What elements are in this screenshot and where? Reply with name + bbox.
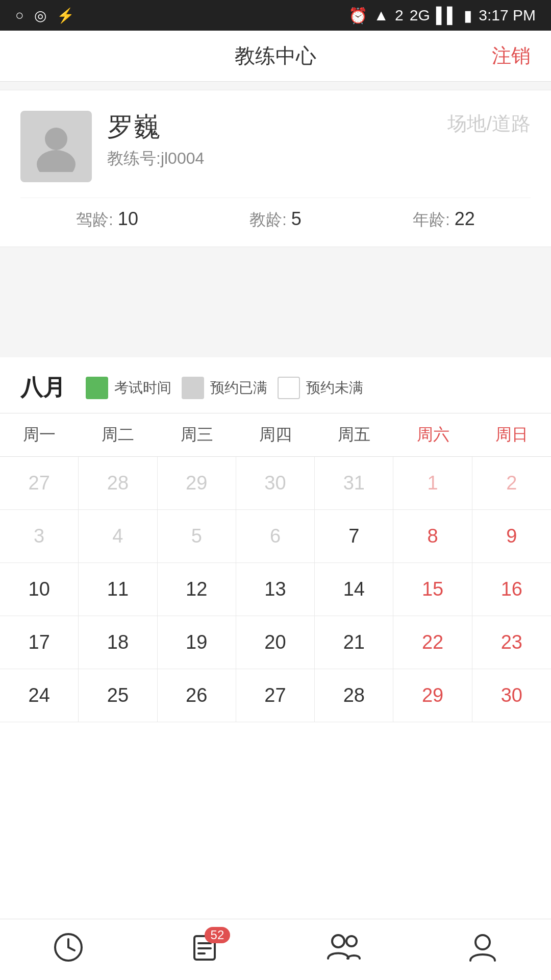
calendar-day: 1 bbox=[393, 457, 472, 509]
history-icon bbox=[53, 932, 84, 968]
sim-icon: 2 bbox=[395, 7, 404, 24]
nav-students[interactable] bbox=[326, 932, 362, 968]
legend-available-label: 预约未满 bbox=[306, 378, 363, 398]
day-header-4: 周五 bbox=[315, 413, 393, 456]
calendar-day[interactable]: 7 bbox=[315, 510, 393, 562]
page-title: 教练中心 bbox=[235, 42, 316, 70]
time-display: 3:17 PM bbox=[479, 7, 536, 24]
calendar-day[interactable]: 9 bbox=[472, 510, 551, 562]
legend-full: 预约已满 bbox=[182, 377, 267, 399]
calendar-day[interactable]: 11 bbox=[79, 563, 157, 616]
calendar-day[interactable]: 16 bbox=[472, 563, 551, 616]
day-header-0: 周一 bbox=[0, 413, 79, 456]
calendar-month: 八月 bbox=[20, 373, 65, 403]
profile-info: 罗巍 教练号:jl0004 bbox=[92, 111, 437, 170]
day-header-5: 周六 bbox=[393, 413, 472, 456]
calendar-day[interactable]: 14 bbox=[315, 563, 393, 616]
empty-area bbox=[0, 247, 551, 349]
calendar-week-3: 17181920212223 bbox=[0, 616, 551, 669]
driving-age-label: 驾龄: bbox=[76, 210, 113, 229]
calendar-day[interactable]: 23 bbox=[472, 616, 551, 669]
calendar-day[interactable]: 12 bbox=[158, 563, 236, 616]
calendar-day[interactable]: 15 bbox=[393, 563, 472, 616]
calendar-day: 28 bbox=[79, 457, 157, 509]
calendar-day[interactable]: 28 bbox=[315, 669, 393, 722]
day-header-1: 周二 bbox=[79, 413, 157, 456]
svg-line-4 bbox=[68, 947, 74, 950]
day-header-2: 周三 bbox=[158, 413, 236, 456]
age-stat: 年龄: 22 bbox=[413, 208, 475, 231]
nav-profile[interactable] bbox=[467, 932, 498, 968]
calendar-section: 八月 考试时间 预约已满 预约未满 周一周二周三周四周五周六周日 2728293… bbox=[0, 357, 551, 919]
legend-exam-box bbox=[86, 377, 108, 399]
nav-orders[interactable]: 52 bbox=[189, 932, 220, 968]
calendar-day: 30 bbox=[236, 457, 315, 509]
svg-point-10 bbox=[346, 936, 357, 946]
calendar-day[interactable]: 25 bbox=[79, 669, 157, 722]
signal-icon: ▌▌ bbox=[436, 7, 458, 24]
calendar-day: 2 bbox=[472, 457, 551, 509]
calendar-week-4: 24252627282930 bbox=[0, 669, 551, 722]
svg-point-11 bbox=[475, 935, 490, 949]
day-header-3: 周四 bbox=[236, 413, 315, 456]
coach-id: 教练号:jl0004 bbox=[107, 148, 437, 170]
age-label: 年龄: bbox=[413, 210, 450, 229]
profile-icon bbox=[467, 932, 498, 968]
calendar-day[interactable]: 30 bbox=[472, 669, 551, 722]
avatar bbox=[20, 111, 92, 182]
network-icon: 2G bbox=[410, 7, 430, 24]
day-header-6: 周日 bbox=[472, 413, 551, 456]
calendar-day[interactable]: 24 bbox=[0, 669, 79, 722]
teaching-age-label: 教龄: bbox=[249, 210, 287, 229]
calendar-day[interactable]: 21 bbox=[315, 616, 393, 669]
calendar-day[interactable]: 13 bbox=[236, 563, 315, 616]
alarm-icon: ⏰ bbox=[348, 7, 367, 24]
calendar-day: 27 bbox=[0, 457, 79, 509]
legend-exam-label: 考试时间 bbox=[114, 378, 171, 398]
calendar-day[interactable]: 22 bbox=[393, 616, 472, 669]
status-bar: ○ ◎ ⚡ ⏰ ▲ 2 2G ▌▌ ▮ 3:17 PM bbox=[0, 0, 551, 31]
calendar-day[interactable]: 17 bbox=[0, 616, 79, 669]
wifi-icon: ▲ bbox=[373, 7, 389, 24]
battery-icon: ▮ bbox=[464, 7, 472, 24]
calendar-day[interactable]: 26 bbox=[158, 669, 236, 722]
calendar-day: 6 bbox=[236, 510, 315, 562]
students-icon bbox=[326, 932, 362, 968]
legend-available: 预约未满 bbox=[278, 377, 363, 399]
teaching-age-stat: 教龄: 5 bbox=[249, 208, 302, 231]
calendar-day[interactable]: 8 bbox=[393, 510, 472, 562]
calendar-day: 4 bbox=[79, 510, 157, 562]
calendar-day[interactable]: 27 bbox=[236, 669, 315, 722]
calendar-week-0: 272829303112 bbox=[0, 457, 551, 510]
profile-top: 罗巍 教练号:jl0004 场地/道路 bbox=[20, 111, 531, 182]
svg-point-9 bbox=[332, 935, 344, 947]
calendar-day[interactable]: 20 bbox=[236, 616, 315, 669]
calendar-weeks[interactable]: 2728293031123456789101112131415161718192… bbox=[0, 457, 551, 722]
calendar-week-2: 10111213141516 bbox=[0, 563, 551, 616]
status-icons-right: ⏰ ▲ 2 2G ▌▌ ▮ 3:17 PM bbox=[348, 7, 536, 24]
calendar-day[interactable]: 10 bbox=[0, 563, 79, 616]
calendar-week-1: 3456789 bbox=[0, 510, 551, 563]
legend-available-box bbox=[278, 377, 300, 399]
coach-type: 场地/道路 bbox=[437, 111, 531, 137]
calendar-grid: 周一周二周三周四周五周六周日 2728293031123456789101112… bbox=[0, 413, 551, 722]
legend-full-label: 预约已满 bbox=[210, 378, 267, 398]
coach-name: 罗巍 bbox=[107, 111, 437, 142]
bottom-nav: 52 bbox=[0, 919, 551, 980]
calendar-day: 3 bbox=[0, 510, 79, 562]
orders-badge: 52 bbox=[205, 927, 231, 943]
legend-exam: 考试时间 bbox=[86, 377, 171, 399]
nav-history[interactable] bbox=[53, 932, 84, 968]
driving-age-stat: 驾龄: 10 bbox=[76, 208, 138, 231]
calendar-day[interactable]: 29 bbox=[393, 669, 472, 722]
driving-age-value: 10 bbox=[118, 208, 138, 229]
profile-section: 罗巍 教练号:jl0004 场地/道路 驾龄: 10 教龄: 5 年龄: 22 bbox=[0, 90, 551, 247]
calendar-day: 31 bbox=[315, 457, 393, 509]
calendar-day[interactable]: 18 bbox=[79, 616, 157, 669]
teaching-age-value: 5 bbox=[291, 208, 302, 229]
logout-button[interactable]: 注销 bbox=[492, 43, 531, 69]
usb-icon: ⚡ bbox=[57, 7, 74, 24]
day-headers: 周一周二周三周四周五周六周日 bbox=[0, 413, 551, 457]
calendar-day[interactable]: 19 bbox=[158, 616, 236, 669]
calendar-legend: 八月 考试时间 预约已满 预约未满 bbox=[0, 357, 551, 413]
